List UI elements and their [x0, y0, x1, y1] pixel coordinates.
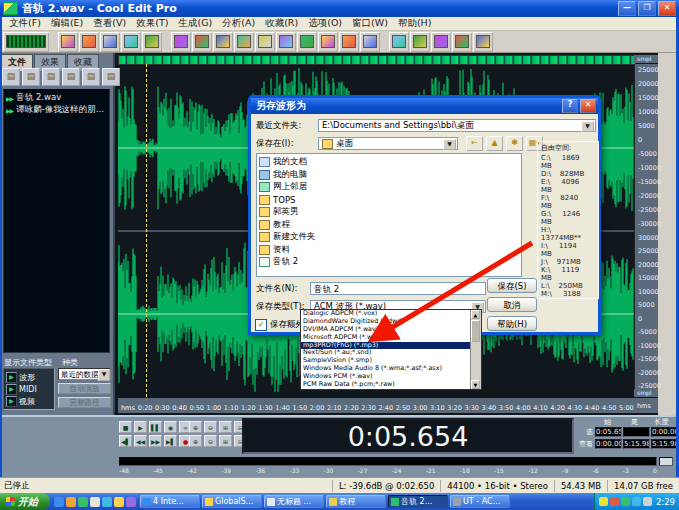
zoom-button-zoom-out-h[interactable]: ⊖	[204, 421, 217, 433]
zoom-button-zoom-in-h[interactable]: ⊕	[189, 421, 202, 433]
menu-item[interactable]: 选项(O)	[303, 17, 347, 30]
organizer-file-item[interactable]: ▶▶ 谭咏麟-像我这样的朋...	[4, 104, 109, 116]
time-display[interactable]: 0:05.654	[242, 418, 574, 454]
quicklaunch[interactable]	[66, 497, 76, 507]
scroll-up-icon[interactable]: ▲	[471, 310, 480, 319]
dialog-file-item[interactable]: 资料	[259, 244, 521, 257]
transport-button-go-to-end[interactable]: ▶▌	[164, 435, 177, 447]
organizer-button[interactable]: ▤	[42, 68, 60, 86]
quicklaunch[interactable]	[78, 497, 88, 507]
taskbar-task-button[interactable]: UT - AC...	[450, 495, 510, 508]
format-option[interactable]: mp3PRO?(FhG) (*.mp3)	[301, 342, 481, 350]
toolbar-button[interactable]	[360, 32, 380, 52]
dialog-file-item[interactable]: TOPS	[259, 194, 521, 207]
transport-button-go-to-start[interactable]: ◀▌	[119, 435, 132, 447]
toolbar-button[interactable]	[473, 32, 493, 52]
transport-button-pause[interactable]: ▌▌	[149, 421, 162, 433]
scroll-down-icon[interactable]: ▼	[471, 380, 480, 389]
help-button[interactable]: 帮助(H)	[487, 316, 537, 331]
toolbar-button[interactable]	[389, 32, 409, 52]
zoom-button-zoom-sel-right[interactable]: ⊖	[204, 435, 217, 447]
playback-cursor[interactable]	[146, 64, 147, 397]
toolbar-button[interactable]	[452, 32, 472, 52]
scrollbar-thumb[interactable]	[471, 320, 480, 342]
back-icon[interactable]: ←	[466, 136, 483, 151]
toolbar-button[interactable]	[410, 32, 430, 52]
save-in-dropdown[interactable]: 桌面 ▼	[318, 137, 458, 150]
dialog-file-item[interactable]: 新建文件夹	[259, 231, 521, 244]
chevron-down-icon[interactable]: ▼	[443, 139, 456, 150]
format-option[interactable]: Windows Media Audio 8 (*.wma;*.asf;*.asx…	[301, 365, 481, 373]
menu-item[interactable]: 帮助(H)	[393, 17, 437, 30]
toolbar-button[interactable]	[121, 32, 141, 52]
format-option[interactable]: PCM Raw Data (*.pcm;*.raw)	[301, 381, 481, 389]
checkbox-icon[interactable]: ✓	[255, 319, 267, 331]
transport-button-play-looped[interactable]: ◉	[164, 421, 177, 433]
toolbar-button[interactable]	[58, 32, 78, 52]
transport-button-fast-forward[interactable]: ▶▶	[149, 435, 162, 447]
dialog-file-item[interactable]: 网上邻居	[259, 181, 521, 194]
toolbar-button[interactable]	[192, 32, 212, 52]
quicklaunch[interactable]	[90, 497, 100, 507]
dialog-close-icon[interactable]: ✕	[580, 99, 596, 113]
zoom-button-zoom-to-selection[interactable]: ⊞	[219, 421, 232, 433]
menu-item[interactable]: 分析(A)	[217, 17, 260, 30]
quicklaunch[interactable]	[114, 497, 124, 507]
minimize-button[interactable]: —	[618, 1, 636, 16]
close-button[interactable]: ✕	[658, 1, 676, 16]
maximize-button[interactable]: ❐	[638, 1, 656, 16]
dialog-file-item[interactable]: 我的文档	[259, 156, 521, 169]
chevron-down-icon[interactable]: ▼	[98, 369, 110, 381]
toolbar-button[interactable]	[142, 32, 162, 52]
save-button[interactable]: 保存(S)	[487, 278, 537, 293]
level-meter[interactable]	[119, 457, 657, 466]
menu-item[interactable]: 窗口(W)	[347, 17, 393, 30]
selection-length-value[interactable]: 0:00.000	[651, 427, 678, 437]
auto-play-button[interactable]: 自动演放	[58, 383, 111, 394]
transport-button-play[interactable]: ▶	[134, 421, 147, 433]
menu-item[interactable]: 收藏(R)	[260, 17, 303, 30]
menu-item[interactable]: 编辑(E)	[46, 17, 88, 30]
organizer-button[interactable]: ▤	[102, 68, 120, 86]
tray[interactable]	[632, 497, 641, 506]
view-length-value[interactable]: 5:15.982	[651, 439, 678, 449]
taskbar-task-button[interactable]: 4 Inte...	[140, 495, 200, 508]
dialog-file-item[interactable]: 我的电脑	[259, 169, 521, 182]
toolbar-button[interactable]	[339, 32, 359, 52]
recent-folders-dropdown[interactable]: E:\Documents and Settings\bbi\桌面 ▼	[318, 119, 596, 132]
format-option[interactable]: DiamondWare Digitized (*.dwd)	[301, 318, 481, 326]
toolbar-button[interactable]	[234, 32, 254, 52]
taskbar-task-button[interactable]: 教程	[326, 495, 386, 508]
full-paths-button[interactable]: 完整路径	[58, 397, 111, 408]
filetype-toggle[interactable]: ▶ 视频	[6, 395, 54, 407]
toolbar-button[interactable]	[318, 32, 338, 52]
toolbar-button[interactable]	[3, 32, 49, 52]
zoom-button-zoom-sel-left[interactable]: ⊕	[189, 435, 202, 447]
amplitude-ruler[interactable]: 2500020000150001000050000-5000-10000-150…	[634, 64, 658, 397]
menu-item[interactable]: 文件(F)	[4, 17, 46, 30]
dialog-help-icon[interactable]: ?	[562, 99, 578, 113]
organizer-button[interactable]: ▤	[62, 68, 80, 86]
dialog-file-item[interactable]: 郭英男	[259, 206, 521, 219]
tray[interactable]	[643, 497, 652, 506]
toolbar-button[interactable]	[213, 32, 233, 52]
organizer-button[interactable]: ▤	[22, 68, 40, 86]
chevron-down-icon[interactable]: ▼	[581, 121, 594, 132]
format-option[interactable]: Next/Sun (*.au;*.snd)	[301, 349, 481, 357]
toolbar-button[interactable]	[276, 32, 296, 52]
format-option[interactable]: SampleVision (*.smp)	[301, 357, 481, 365]
toolbar-button[interactable]	[255, 32, 275, 52]
timeline-ruler[interactable]: hms 0:200:300:400:501:001:101:201:301:40…	[118, 397, 634, 413]
view-start-value[interactable]: 0:00.000	[595, 439, 622, 449]
organizer-button[interactable]: ▤	[2, 68, 20, 86]
format-option[interactable]: Windows PCM (*.wav)	[301, 373, 481, 381]
transport-button-stop[interactable]: ■	[119, 421, 132, 433]
taskbar-task-button[interactable]: 音轨 2...	[388, 495, 448, 508]
toolbar-button[interactable]	[79, 32, 99, 52]
menu-item[interactable]: 查看(V)	[88, 17, 131, 30]
start-button[interactable]: 开始	[0, 493, 50, 510]
transport-button-rewind[interactable]: ◀◀	[134, 435, 147, 447]
sort-dropdown[interactable]: 最近的数据 ▼	[58, 368, 111, 380]
menu-item[interactable]: 效果(T)	[131, 17, 173, 30]
quicklaunch[interactable]	[102, 497, 112, 507]
